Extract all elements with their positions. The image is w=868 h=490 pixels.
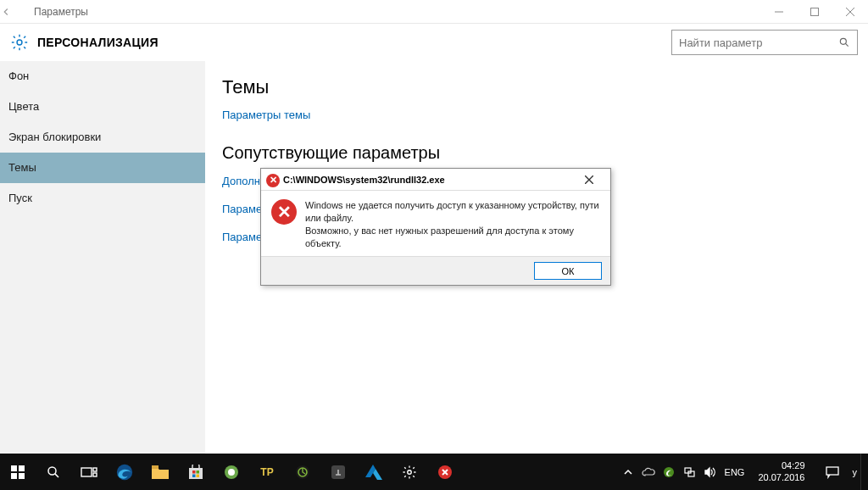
error-icon: ✕ <box>271 199 297 225</box>
svg-point-22 <box>228 469 235 476</box>
search-input[interactable] <box>679 36 838 49</box>
close-button[interactable] <box>832 0 868 24</box>
dialog-title: C:\WINDOWS\system32\rundll32.exe <box>283 175 585 185</box>
sidebar: Фон Цвета Экран блокировки Темы Пуск <box>0 61 205 454</box>
svg-rect-18 <box>197 471 200 474</box>
section-title-themes: Темы <box>222 76 851 98</box>
back-button[interactable] <box>0 6 34 18</box>
taskbar-app-5[interactable] <box>356 454 392 490</box>
link-theme-settings[interactable]: Параметры темы <box>222 109 851 121</box>
taskbar-app-tp[interactable]: TP <box>249 454 285 490</box>
taskbar-settings[interactable] <box>392 454 427 490</box>
sidebar-item-background[interactable]: Фон <box>0 61 205 92</box>
sidebar-item-start[interactable]: Пуск <box>0 183 205 214</box>
taskbar: TP ENG 04:29 20.07.2016 <box>0 454 868 490</box>
tray-onedrive-icon[interactable] <box>640 454 657 490</box>
section-title-related: Сопутствующие параметры <box>222 143 851 163</box>
svg-rect-31 <box>826 467 838 475</box>
gear-icon <box>10 33 29 52</box>
svg-rect-12 <box>93 468 97 471</box>
error-dialog: ✕ C:\WINDOWS\system32\rundll32.exe ✕ Win… <box>260 168 611 286</box>
page-heading: ПЕРСОНАЛИЗАЦИЯ <box>37 36 663 49</box>
svg-rect-7 <box>11 473 17 479</box>
dialog-titlebar: ✕ C:\WINDOWS\system32\rundll32.exe <box>261 169 610 191</box>
svg-rect-1 <box>811 8 819 15</box>
tray-clock[interactable]: 04:29 20.07.2016 <box>751 460 811 482</box>
taskbar-edge[interactable] <box>107 454 142 490</box>
svg-rect-13 <box>93 473 97 476</box>
dialog-close-button[interactable] <box>585 175 605 184</box>
svg-line-4 <box>845 43 848 46</box>
system-tray: ENG 04:29 20.07.2016 y <box>620 454 868 490</box>
taskbar-store[interactable] <box>178 454 214 490</box>
dialog-message: Windows не удается получить доступ к ука… <box>305 199 600 249</box>
search-icon <box>838 36 850 48</box>
titlebar: Параметры <box>0 0 868 24</box>
svg-point-26 <box>408 470 412 474</box>
show-desktop-button[interactable] <box>860 454 865 490</box>
svg-rect-5 <box>11 465 17 471</box>
tray-volume-icon[interactable] <box>701 454 718 490</box>
window-title: Параметры <box>34 6 761 18</box>
svg-rect-8 <box>19 473 25 479</box>
svg-rect-17 <box>192 471 196 474</box>
dialog-message-line1: Windows не удается получить доступ к ука… <box>305 199 600 225</box>
minimize-button[interactable] <box>761 0 797 24</box>
tray-network-icon[interactable] <box>681 454 698 490</box>
tray-show-hidden-icon[interactable] <box>620 454 637 490</box>
maximize-button[interactable] <box>797 0 832 24</box>
tray-time: 04:29 <box>758 460 804 471</box>
taskbar-app-1[interactable] <box>214 454 249 490</box>
tray-date: 20.07.2016 <box>758 472 804 483</box>
sidebar-item-themes[interactable]: Темы <box>0 153 205 183</box>
start-button[interactable] <box>0 454 36 490</box>
svg-rect-16 <box>189 468 203 479</box>
ok-button[interactable]: ОК <box>534 262 602 280</box>
sidebar-item-lockscreen[interactable]: Экран блокировки <box>0 122 205 153</box>
header: ПЕРСОНАЛИЗАЦИЯ <box>0 24 868 61</box>
svg-point-2 <box>17 40 22 45</box>
svg-rect-6 <box>19 465 25 471</box>
dialog-message-line2: Возможно, у вас нет нужных разрешений дл… <box>305 225 600 250</box>
search-box[interactable] <box>671 30 858 55</box>
svg-rect-20 <box>197 474 200 477</box>
sidebar-item-colors[interactable]: Цвета <box>0 92 205 122</box>
taskbar-explorer[interactable] <box>142 454 178 490</box>
svg-rect-15 <box>152 465 159 469</box>
search-button[interactable] <box>36 454 71 490</box>
taskview-button[interactable] <box>71 454 107 490</box>
svg-point-9 <box>48 467 56 475</box>
taskbar-app-3[interactable] <box>285 454 320 490</box>
tray-nvidia-icon[interactable] <box>660 454 677 490</box>
svg-line-10 <box>55 473 58 476</box>
tray-language[interactable]: ENG <box>721 454 748 490</box>
action-center-button[interactable] <box>815 454 849 490</box>
svg-point-3 <box>840 38 846 44</box>
svg-rect-19 <box>192 474 196 477</box>
svg-rect-11 <box>81 468 92 476</box>
taskbar-app-close[interactable] <box>427 454 463 490</box>
error-icon-small: ✕ <box>266 174 278 186</box>
taskbar-app-4[interactable] <box>320 454 356 490</box>
